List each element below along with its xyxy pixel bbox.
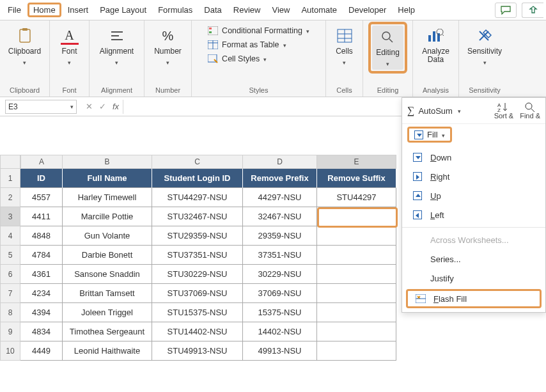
col-header-D[interactable]: D bbox=[243, 155, 317, 169]
cell[interactable]: 29359-NSU bbox=[243, 226, 317, 246]
cell[interactable]: 4557 bbox=[20, 188, 63, 207]
cell[interactable]: STU44297 bbox=[317, 188, 396, 207]
number-button[interactable]: % Number▾ bbox=[150, 24, 185, 68]
find-select-button[interactable]: Find & bbox=[520, 102, 540, 120]
format-as-table-button[interactable]: Format as Table ▾ bbox=[208, 40, 286, 50]
cell[interactable] bbox=[317, 341, 396, 361]
cell[interactable]: 4234 bbox=[20, 284, 63, 303]
row-header-6[interactable]: 6 bbox=[0, 265, 20, 284]
row-header-3[interactable]: 3 bbox=[0, 207, 20, 226]
fill-right-item[interactable]: Right bbox=[402, 167, 545, 186]
col-header-E[interactable]: E bbox=[317, 155, 396, 169]
analyze-data-button[interactable]: AnalyzeData bbox=[418, 24, 453, 67]
menu-automate[interactable]: Automate bbox=[296, 3, 342, 17]
conditional-formatting-button[interactable]: Conditional Formatting ▾ bbox=[208, 26, 309, 36]
row-header-9[interactable]: 9 bbox=[0, 322, 20, 341]
fx-icon[interactable]: fx bbox=[113, 102, 119, 111]
cell[interactable] bbox=[317, 303, 396, 322]
accept-formula-icon[interactable]: ✓ bbox=[99, 102, 106, 111]
cell[interactable]: Darbie Bonett bbox=[63, 246, 152, 265]
cell[interactable]: Gun Volante bbox=[63, 226, 152, 246]
menu-home[interactable]: Home bbox=[27, 3, 61, 17]
cell[interactable]: STU15375-NSU bbox=[152, 303, 243, 322]
cell[interactable]: 4411 bbox=[20, 207, 63, 226]
chevron-down-icon[interactable]: ▾ bbox=[70, 104, 74, 110]
cancel-formula-icon[interactable]: ✕ bbox=[86, 102, 93, 111]
cell[interactable]: STU32467-NSU bbox=[152, 207, 243, 226]
row-header-1[interactable]: 1 bbox=[0, 169, 20, 188]
cell[interactable]: 4361 bbox=[20, 265, 63, 284]
fill-left-item[interactable]: Left bbox=[402, 205, 545, 224]
table-header-cell[interactable]: Student Login ID bbox=[152, 169, 243, 188]
cell[interactable]: 37351-NSU bbox=[243, 246, 317, 265]
flash-fill-item[interactable]: Flash Fill bbox=[406, 289, 542, 308]
row-header-8[interactable]: 8 bbox=[0, 303, 20, 322]
cell-styles-button[interactable]: Cell Styles ▾ bbox=[208, 54, 267, 64]
menu-data[interactable]: Data bbox=[199, 3, 226, 17]
fill-button[interactable]: Fill ▾ bbox=[407, 127, 452, 143]
cell[interactable]: STU29359-NSU bbox=[152, 226, 243, 246]
cell[interactable] bbox=[317, 322, 396, 341]
fill-down-item[interactable]: Down bbox=[402, 148, 545, 167]
cell[interactable]: 14402-NSU bbox=[243, 322, 317, 341]
font-button[interactable]: A Font▾ bbox=[57, 24, 82, 68]
cell[interactable]: Leonid Haithwaite bbox=[63, 341, 152, 361]
fill-series-item[interactable]: Series... bbox=[402, 249, 545, 269]
alignment-button[interactable]: Alignment▾ bbox=[96, 24, 137, 68]
menu-file[interactable]: File bbox=[3, 3, 26, 17]
table-header-cell[interactable]: Full Name bbox=[63, 169, 152, 188]
menu-review[interactable]: Review bbox=[228, 3, 266, 17]
cell[interactable]: 37069-NSU bbox=[243, 284, 317, 303]
cell[interactable] bbox=[317, 246, 396, 265]
cell[interactable] bbox=[317, 265, 396, 284]
comments-button[interactable] bbox=[495, 3, 517, 18]
autosum-button[interactable]: ∑ AutoSum ▾ bbox=[407, 105, 461, 116]
cell[interactable]: 32467-NSU bbox=[243, 207, 317, 226]
table-header-cell[interactable]: Remove Suffix bbox=[317, 169, 396, 188]
cell[interactable] bbox=[317, 207, 396, 226]
sort-filter-button[interactable]: AZ Sort & bbox=[494, 102, 514, 120]
cell[interactable] bbox=[317, 226, 396, 246]
cells-button[interactable]: Cells▾ bbox=[332, 24, 357, 68]
cell[interactable]: 30229-NSU bbox=[243, 265, 317, 284]
menu-view[interactable]: View bbox=[267, 3, 295, 17]
cell[interactable] bbox=[317, 284, 396, 303]
col-header-C[interactable]: C bbox=[152, 155, 243, 169]
cell[interactable]: 15375-NSU bbox=[243, 303, 317, 322]
cell[interactable]: STU14402-NSU bbox=[152, 322, 243, 341]
cell[interactable]: Harley Timewell bbox=[63, 188, 152, 207]
fill-justify-item[interactable]: Justify bbox=[402, 269, 545, 288]
cell[interactable]: STU44297-NSU bbox=[152, 188, 243, 207]
menu-formulas[interactable]: Formulas bbox=[153, 3, 198, 17]
table-header-cell[interactable]: ID bbox=[20, 169, 63, 188]
select-all-corner[interactable] bbox=[0, 155, 20, 169]
clipboard-button[interactable]: Clipboard▾ bbox=[4, 24, 45, 68]
share-button[interactable] bbox=[522, 3, 543, 18]
sensitivity-button[interactable]: Sensitivity▾ bbox=[464, 24, 506, 68]
row-header-2[interactable]: 2 bbox=[0, 188, 20, 207]
menu-insert[interactable]: Insert bbox=[63, 3, 94, 17]
cell[interactable]: Joleen Triggel bbox=[63, 303, 152, 322]
cell[interactable]: 4834 bbox=[20, 322, 63, 341]
cell[interactable]: 4784 bbox=[20, 246, 63, 265]
cell[interactable]: 4848 bbox=[20, 226, 63, 246]
fill-up-item[interactable]: Up bbox=[402, 186, 545, 205]
row-header-10[interactable]: 10 bbox=[0, 341, 20, 361]
cell[interactable]: STU37069-NSU bbox=[152, 284, 243, 303]
menu-developer[interactable]: Developer bbox=[343, 3, 391, 17]
menu-page-layout[interactable]: Page Layout bbox=[95, 3, 152, 17]
row-header-7[interactable]: 7 bbox=[0, 284, 20, 303]
cell[interactable]: STU37351-NSU bbox=[152, 246, 243, 265]
cell[interactable]: STU30229-NSU bbox=[152, 265, 243, 284]
cell[interactable]: Marcille Pottie bbox=[63, 207, 152, 226]
menu-help[interactable]: Help bbox=[393, 3, 420, 17]
table-header-cell[interactable]: Remove Prefix bbox=[243, 169, 317, 188]
cell[interactable]: 4449 bbox=[20, 341, 63, 361]
col-header-A[interactable]: A bbox=[20, 155, 63, 169]
cell[interactable]: Sansone Snaddin bbox=[63, 265, 152, 284]
cell[interactable]: 44297-NSU bbox=[243, 188, 317, 207]
cell[interactable]: 49913-NSU bbox=[243, 341, 317, 361]
name-box[interactable]: E3 ▾ bbox=[5, 100, 77, 114]
row-header-5[interactable]: 5 bbox=[0, 246, 20, 265]
col-header-B[interactable]: B bbox=[63, 155, 152, 169]
